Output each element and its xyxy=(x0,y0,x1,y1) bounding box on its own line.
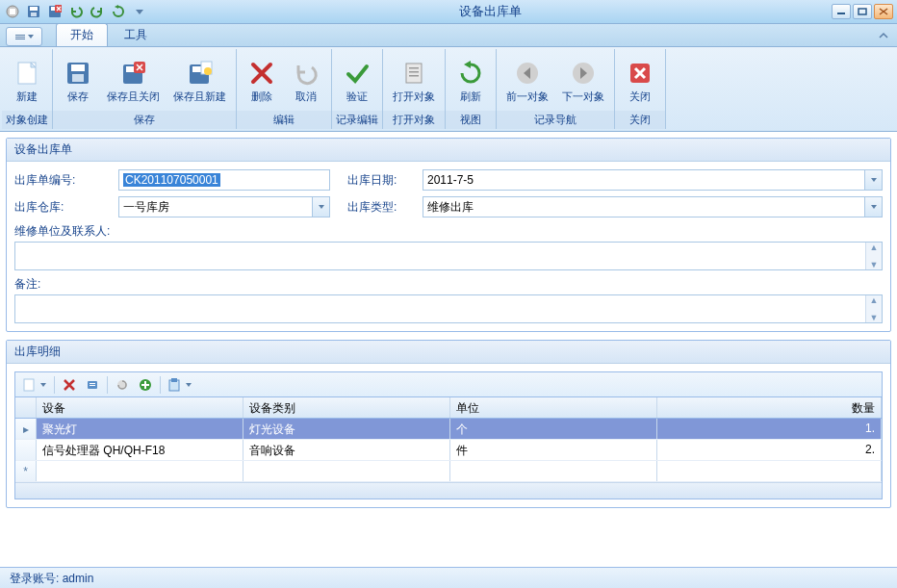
qat-undo-icon[interactable] xyxy=(67,3,85,20)
col-header-category[interactable]: 设备类别 xyxy=(243,397,450,418)
prev-object-button[interactable]: 前一对象 xyxy=(500,56,554,104)
qat-redo-icon[interactable] xyxy=(89,3,106,20)
check-icon xyxy=(342,58,372,89)
svg-rect-28 xyxy=(24,379,34,391)
quick-access-toolbar xyxy=(4,3,148,20)
qat-dropdown-icon[interactable] xyxy=(131,3,148,20)
label-maint-contact: 维修单位及联系人: xyxy=(14,223,883,240)
save-new-icon xyxy=(185,58,216,89)
svg-rect-30 xyxy=(90,383,95,384)
close-record-button[interactable]: 关闭 xyxy=(619,56,661,104)
date-dropdown-icon[interactable] xyxy=(864,170,882,190)
label-doc-no: 出库单编号: xyxy=(14,172,111,189)
document-icon xyxy=(398,58,429,89)
ribbon-group-save: 保存 保存且关闭 保存且新建 保存 xyxy=(53,49,237,129)
detail-grid: 设备 设备类别 单位 数量 ▸聚光灯灯光设备个1.信号处理器 QH/QH-F18… xyxy=(14,396,883,499)
title-bar: 设备出库单 xyxy=(0,0,897,24)
grid-link-button[interactable] xyxy=(82,375,103,395)
save-icon xyxy=(63,58,93,89)
open-object-button[interactable]: 打开对象 xyxy=(387,56,441,104)
tab-tools[interactable]: 工具 xyxy=(110,23,162,46)
maximize-button[interactable] xyxy=(853,4,872,19)
detail-panel: 出库明细 设备 设备类别 单位 数量 xyxy=(6,340,891,508)
table-row[interactable]: ▸聚光灯灯光设备个1. xyxy=(15,419,882,440)
validate-button[interactable]: 验证 xyxy=(336,56,378,104)
scrollbar[interactable]: ▲▼ xyxy=(865,243,882,269)
new-row[interactable]: * xyxy=(15,461,882,482)
close-button[interactable] xyxy=(874,4,893,19)
save-new-button[interactable]: 保存且新建 xyxy=(167,56,232,104)
input-date[interactable]: 2011-7-5 xyxy=(423,169,883,191)
window-title: 设备出库单 xyxy=(148,3,832,20)
qat-refresh-icon[interactable] xyxy=(110,3,127,20)
svg-rect-12 xyxy=(71,64,85,71)
row-indicator-icon xyxy=(15,440,37,460)
warehouse-dropdown-icon[interactable] xyxy=(312,197,329,217)
refresh-button[interactable]: 刷新 xyxy=(449,56,492,104)
cancel-button[interactable]: 取消 xyxy=(285,56,327,104)
save-close-icon xyxy=(118,58,149,89)
row-indicator-icon: ▸ xyxy=(15,419,37,439)
grid-refresh-button[interactable] xyxy=(112,375,133,395)
ribbon-group-create: 新建 对象创建 xyxy=(2,49,53,129)
new-button[interactable]: 新建 xyxy=(6,56,48,104)
svg-rect-9 xyxy=(859,9,866,14)
minimize-button[interactable] xyxy=(832,4,851,19)
cell-unit[interactable]: 个 xyxy=(450,419,657,439)
table-row[interactable]: 信号处理器 QH/QH-F18音响设备件2. xyxy=(15,440,882,461)
scrollbar[interactable]: ▲▼ xyxy=(865,295,882,322)
qat-save-close-icon[interactable] xyxy=(46,3,64,20)
form-panel-title: 设备出库单 xyxy=(7,139,890,162)
input-type[interactable]: 维修出库 xyxy=(423,196,883,217)
ribbon-group-open: 打开对象 打开对象 xyxy=(383,49,446,129)
next-object-button[interactable]: 下一对象 xyxy=(556,56,610,104)
grid-header: 设备 设备类别 单位 数量 xyxy=(15,397,882,419)
type-dropdown-icon[interactable] xyxy=(864,197,882,217)
svg-rect-8 xyxy=(837,13,845,14)
ribbon-group-edit: 删除 取消 编辑 xyxy=(237,49,332,129)
col-header-unit[interactable]: 单位 xyxy=(450,397,657,418)
grid-export-button[interactable] xyxy=(165,375,195,395)
ribbon-group-recedit: 验证 记录编辑 xyxy=(332,49,383,129)
undo-icon xyxy=(291,58,321,89)
input-warehouse[interactable]: 一号库房 xyxy=(118,196,330,217)
save-button[interactable]: 保存 xyxy=(57,56,99,104)
input-remark[interactable]: ▲▼ xyxy=(14,294,883,323)
svg-rect-1 xyxy=(10,9,15,14)
label-date: 出库日期: xyxy=(347,172,415,189)
input-doc-no[interactable]: CK201107050001 xyxy=(118,169,330,191)
cell-qty[interactable]: 2. xyxy=(657,440,882,460)
label-remark: 备注: xyxy=(14,276,883,293)
arrow-right-icon xyxy=(568,58,599,89)
cell-qty[interactable]: 1. xyxy=(657,419,882,439)
cell-device[interactable]: 聚光灯 xyxy=(37,419,243,439)
grid-footer xyxy=(15,482,882,499)
ribbon-tabstrip: 开始 工具 xyxy=(0,24,897,47)
delete-button[interactable]: 删除 xyxy=(241,56,283,104)
save-close-button[interactable]: 保存且关闭 xyxy=(101,56,166,104)
cell-category[interactable]: 灯光设备 xyxy=(243,419,450,439)
detail-panel-title: 出库明细 xyxy=(7,341,890,364)
content-area: 设备出库单 出库单编号: CK201107050001 出库日期: 2011-7… xyxy=(0,132,897,567)
cell-unit[interactable]: 件 xyxy=(450,440,657,460)
svg-rect-3 xyxy=(30,7,38,11)
qat-app-icon[interactable] xyxy=(4,3,21,20)
cell-category[interactable]: 音响设备 xyxy=(243,440,450,460)
grid-new-button[interactable] xyxy=(19,375,50,395)
grid-delete-button[interactable] xyxy=(59,375,80,395)
col-header-device[interactable]: 设备 xyxy=(37,397,243,418)
grid-add-button[interactable] xyxy=(135,375,156,395)
ribbon-collapse-button[interactable] xyxy=(876,28,891,43)
new-row-indicator-icon: * xyxy=(15,461,37,481)
qat-save-icon[interactable] xyxy=(25,3,42,20)
col-header-qty[interactable]: 数量 xyxy=(657,397,882,418)
input-maint-contact[interactable]: ▲▼ xyxy=(14,242,883,270)
refresh-icon xyxy=(455,58,486,89)
tab-start[interactable]: 开始 xyxy=(56,23,108,46)
ribbon: 新建 对象创建 保存 保存且关闭 保存且新建 保存 删除 取消 编辑 验证 记录… xyxy=(0,47,897,132)
grid-toolbar xyxy=(14,371,883,396)
app-menu-button[interactable] xyxy=(6,27,42,46)
svg-rect-24 xyxy=(409,75,419,77)
cell-device[interactable]: 信号处理器 QH/QH-F18 xyxy=(37,440,243,460)
close-icon xyxy=(625,58,655,89)
